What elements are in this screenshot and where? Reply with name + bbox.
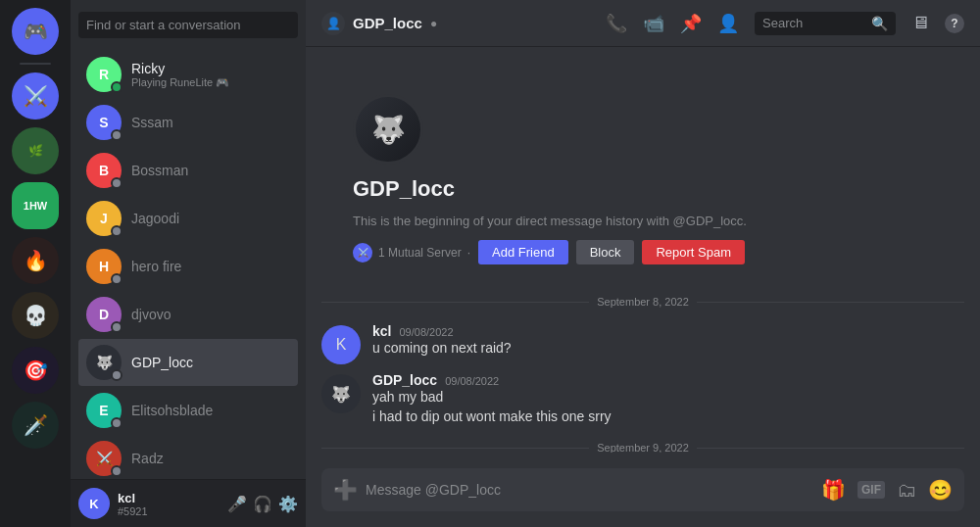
dm-info-jagoodi: Jagoodi (131, 211, 290, 226)
profile-actions: ⚔️ 1 Mutual Server · Add Friend Block Re… (353, 240, 933, 264)
dm-item-radz[interactable]: ⚔️ Radz (78, 435, 298, 479)
block-button[interactable]: Block (576, 240, 635, 264)
main-content: 👤 GDP_locc ● 📞 📹 📌 👤 🔍 🖥 ? 🐺 GDP_locc Th… (306, 0, 980, 527)
video-icon[interactable]: 📹 (643, 13, 664, 34)
status-djvovo (111, 321, 122, 333)
server-7-icon: 🗡️ (24, 413, 48, 437)
header-search-input[interactable] (762, 16, 867, 30)
dm-name-jagoodi: Jagoodi (131, 211, 290, 226)
user-settings-icon[interactable]: ⚙️ (278, 494, 298, 513)
server-icon-5[interactable]: 💀 (12, 292, 59, 339)
dm-item-elitsohsblade[interactable]: E Elitsohsblade (78, 387, 298, 434)
channel-header-name: GDP_locc (353, 15, 422, 31)
message-header-2: GDP_locc 09/08/2022 (372, 372, 964, 388)
avatar-herofire: H (86, 249, 122, 284)
dm-item-ricky[interactable]: R Ricky Playing RuneLite 🎮 (78, 51, 298, 98)
emoji-icon[interactable]: 😊 (928, 468, 953, 511)
server-icon-1[interactable]: ⚔️ (12, 72, 59, 120)
server-icon-2[interactable]: 🌿 (12, 127, 59, 174)
message-timestamp-1: 09/08/2022 (399, 326, 453, 338)
server-4-icon: 🔥 (24, 249, 48, 272)
server-divider (20, 63, 51, 65)
server-2-icon: 🌿 (28, 144, 43, 158)
gift-icon[interactable]: 🎁 (821, 468, 846, 511)
dm-name-bossman: Bossman (131, 163, 290, 178)
message-content-1: kcl 09/08/2022 u coming on next raid? (372, 323, 964, 364)
profile-description: This is the beginning of your direct mes… (353, 214, 933, 228)
mute-microphone-icon[interactable]: 🎤 (227, 494, 247, 513)
avatar-djvovo: D (86, 297, 122, 332)
status-herofire (111, 273, 122, 285)
dm-item-djvovo[interactable]: D djvovo (78, 291, 298, 338)
server-1-icon: ⚔️ (24, 84, 48, 108)
user-panel-discriminator: #5921 (118, 505, 220, 517)
messages-area: 🐺 GDP_locc This is the beginning of your… (306, 47, 980, 453)
server-icon-4[interactable]: 🔥 (12, 237, 59, 284)
add-friend-icon[interactable]: 👤 (717, 13, 739, 34)
header-search: 🔍 (755, 12, 896, 35)
date-sep8-label: September 8, 2022 (597, 296, 689, 308)
dm-name-herofire: hero fire (131, 259, 290, 274)
server-sidebar: 🎮 ⚔️ 🌿 1HW 🔥 💀 🎯 🗡️ (0, 0, 71, 527)
dm-list: R Ricky Playing RuneLite 🎮 S Sssam B (71, 50, 306, 479)
discord-logo-icon: 🎮 (24, 20, 48, 43)
message-input-area: ➕ 🎁 GIF 🗂 😊 (306, 453, 980, 527)
message-text-1: u coming on next raid? (372, 339, 964, 359)
profile-avatar-large: 🐺 (353, 94, 423, 165)
dm-name-radz: Radz (131, 451, 290, 466)
user-panel-avatar: K (78, 488, 110, 519)
avatar-gdplocc: 🐺 (86, 345, 122, 380)
server-icon-6[interactable]: 🎯 (12, 347, 59, 394)
server-icon-7[interactable]: 🗡️ (12, 402, 59, 449)
date-divider-sep9: September 9, 2022 (321, 442, 964, 453)
avatar-radz: ⚔️ (86, 441, 122, 476)
message-input[interactable] (366, 471, 813, 508)
dm-info-sssam: Sssam (131, 115, 290, 130)
user-panel: K kcl #5921 🎤 🎧 ⚙️ (71, 479, 306, 527)
dm-item-sssam[interactable]: S Sssam (78, 99, 298, 146)
dm-info-gdplocc: GDP_locc (131, 355, 290, 370)
message-avatar-gdplocc-2: 🐺 (321, 374, 361, 413)
profile-area: 🐺 GDP_locc This is the beginning of your… (321, 63, 964, 280)
dm-item-bossman[interactable]: B Bossman (78, 147, 298, 194)
dm-sub-ricky: Playing RuneLite 🎮 (131, 76, 290, 89)
add-attachment-icon[interactable]: ➕ (333, 468, 358, 511)
avatar-bossman: B (86, 153, 122, 188)
search-input[interactable] (78, 12, 298, 38)
message-timestamp-2: 09/08/2022 (445, 375, 499, 387)
inbox-icon[interactable]: 🖥 (911, 13, 929, 33)
dm-info-herofire: hero fire (131, 259, 290, 274)
user-panel-info: kcl #5921 (118, 491, 220, 517)
call-icon[interactable]: 📞 (606, 13, 627, 34)
mutual-servers: ⚔️ 1 Mutual Server · (353, 243, 470, 263)
server-icon-home[interactable]: 🎮 (12, 8, 59, 55)
dm-item-jagoodi[interactable]: J Jagoodi (78, 195, 298, 242)
server-icon-1hw[interactable]: 1HW (12, 182, 59, 229)
avatar-ricky: R (86, 57, 122, 92)
add-friend-button[interactable]: Add Friend (478, 240, 568, 264)
deafen-headset-icon[interactable]: 🎧 (253, 494, 272, 513)
pin-icon[interactable]: 📌 (680, 13, 702, 34)
dm-item-herofire[interactable]: H hero fire (78, 243, 298, 290)
date-sep9-label: September 9, 2022 (597, 442, 689, 453)
date-divider-sep8: September 8, 2022 (321, 296, 964, 308)
input-actions: 🎁 GIF 🗂 😊 (821, 468, 953, 511)
user-panel-name: kcl (118, 491, 220, 505)
message-input-box: ➕ 🎁 GIF 🗂 😊 (321, 468, 964, 511)
mutual-servers-dot: · (467, 246, 470, 260)
dm-indicator-icon: 👤 (326, 17, 341, 30)
sticker-icon[interactable]: 🗂 (897, 469, 916, 511)
header-icons: 📞 📹 📌 👤 🔍 🖥 ? (606, 12, 964, 35)
message-author-1: kcl (372, 323, 391, 339)
report-spam-button[interactable]: Report Spam (642, 240, 745, 264)
dm-sidebar: R Ricky Playing RuneLite 🎮 S Sssam B (71, 0, 306, 527)
profile-username: GDP_locc (353, 176, 933, 202)
gif-icon[interactable]: GIF (858, 481, 885, 499)
message-header-1: kcl 09/08/2022 (372, 323, 964, 339)
dm-item-gdplocc[interactable]: 🐺 GDP_locc (78, 339, 298, 386)
dm-info-ricky: Ricky Playing RuneLite 🎮 (131, 61, 290, 89)
avatar-jagoodi: J (86, 201, 122, 236)
dm-name-djvovo: djvovo (131, 307, 290, 322)
channel-header-avatar: 👤 (321, 12, 345, 35)
help-icon[interactable]: ? (945, 14, 964, 33)
